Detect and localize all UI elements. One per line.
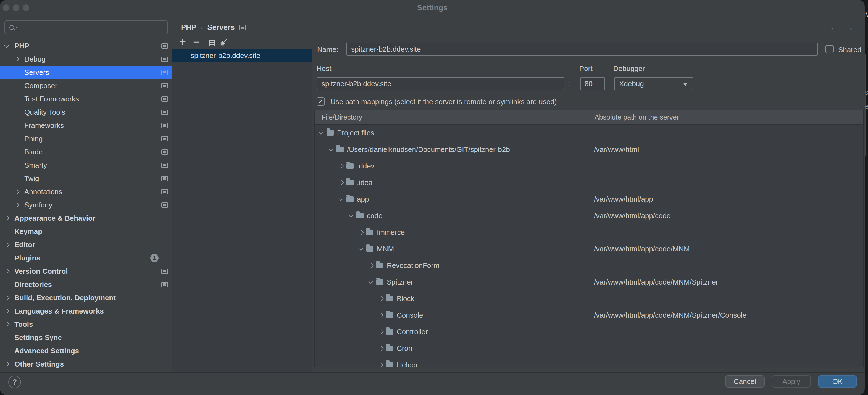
chevron-collapsed-icon[interactable]	[339, 181, 346, 184]
mapping-row-users-danielknudsen-documents-git-spitzner-b2b[interactable]: /Users/danielknudsen/Documents/GIT/spitz…	[315, 141, 863, 158]
remove-server-button[interactable]: −	[189, 36, 203, 48]
mapping-row-revocationform[interactable]: RevocationForm	[315, 257, 863, 274]
mapping-row-helper[interactable]: Helper	[315, 357, 863, 367]
import-mappings-button[interactable]	[217, 36, 231, 48]
sidebar-item-smarty[interactable]: Smarty	[0, 158, 172, 172]
chevron-collapsed-icon[interactable]	[5, 323, 13, 326]
shared-checkbox[interactable]	[826, 45, 834, 53]
mapping-row-code[interactable]: code/var/www/html/app/code	[315, 208, 863, 224]
sidebar-item-tools[interactable]: Tools	[0, 318, 172, 331]
chevron-expanded-icon[interactable]	[339, 198, 346, 200]
port-input[interactable]	[580, 77, 605, 90]
settings-search-input[interactable]: ▾	[4, 21, 168, 34]
sidebar-item-twig[interactable]: Twig	[0, 172, 172, 185]
sidebar-item-annotations[interactable]: Annotations	[0, 185, 172, 198]
sidebar-item-directories[interactable]: Directories	[0, 278, 172, 291]
sidebar-item-label: Quality Tools	[24, 108, 65, 117]
backdrop-text-fragment: e	[865, 102, 868, 110]
mapping-row-app[interactable]: app/var/www/html/app	[315, 191, 863, 208]
mapping-row-mnm[interactable]: MNM/var/www/html/app/code/MNM	[315, 241, 863, 257]
chevron-expanded-icon[interactable]	[359, 248, 366, 250]
mapping-row-console[interactable]: Console/var/www/html/app/code/MNM/Spitzn…	[315, 307, 863, 324]
copy-server-button[interactable]	[203, 36, 217, 48]
chevron-collapsed-icon[interactable]	[15, 203, 23, 207]
chevron-collapsed-icon[interactable]	[5, 362, 13, 366]
sidebar-item-symfony[interactable]: Symfony	[0, 198, 172, 212]
mapping-row-spitzner[interactable]: Spitzner/var/www/html/app/code/MNM/Spitz…	[315, 274, 863, 290]
chevron-collapsed-icon[interactable]	[5, 243, 13, 246]
mapping-row-block[interactable]: Block	[315, 290, 863, 307]
mapping-row-immerce[interactable]: Immerce	[315, 224, 863, 241]
column-divider[interactable]	[590, 110, 590, 125]
sidebar-item-php[interactable]: PHP	[0, 39, 172, 53]
chevron-collapsed-icon[interactable]	[5, 296, 13, 299]
mapping-file-cell: MNM	[315, 245, 594, 253]
sidebar-item-version-control[interactable]: Version Control	[0, 265, 172, 278]
chevron-expanded-icon[interactable]	[349, 215, 356, 217]
breadcrumb-php[interactable]: PHP	[181, 23, 196, 32]
folder-icon	[337, 147, 344, 152]
mapping-row-project-files[interactable]: Project files	[315, 125, 863, 141]
chevron-collapsed-icon[interactable]	[369, 264, 376, 267]
chevron-collapsed-icon[interactable]	[379, 313, 386, 317]
chevron-collapsed-icon[interactable]	[339, 164, 346, 168]
sidebar-item-appearance-behavior[interactable]: Appearance & Behavior	[0, 212, 172, 225]
page-icon	[161, 149, 168, 155]
chevron-collapsed-icon[interactable]	[379, 297, 386, 300]
sidebar-item-blade[interactable]: Blade	[0, 145, 172, 158]
chevron-collapsed-icon[interactable]	[5, 309, 13, 313]
chevron-collapsed-icon[interactable]	[379, 363, 386, 367]
sidebar-item-build-execution-deployment[interactable]: Build, Execution, Deployment	[0, 291, 172, 304]
chevron-collapsed-icon[interactable]	[379, 330, 386, 333]
sidebar-item-advanced-settings[interactable]: Advanced Settings	[0, 344, 172, 358]
sidebar-item-languages-frameworks[interactable]: Languages & Frameworks	[0, 304, 172, 318]
server-list-item[interactable]: spitzner-b2b.ddev.site	[173, 49, 312, 62]
mapping-row-ddev[interactable]: .ddev	[315, 158, 863, 174]
back-arrow-icon[interactable]: ←	[829, 22, 839, 33]
search-options-caret-icon[interactable]: ▾	[16, 25, 18, 30]
chevron-collapsed-icon[interactable]	[379, 347, 386, 350]
chevron-collapsed-icon[interactable]	[15, 57, 23, 61]
port-label: Port	[579, 64, 593, 73]
chevron-expanded-icon[interactable]	[319, 132, 327, 134]
mapping-row-cron[interactable]: Cron	[315, 340, 863, 357]
name-input[interactable]	[346, 43, 818, 56]
add-server-button[interactable]: +	[176, 36, 189, 48]
sidebar-item-keymap[interactable]: Keymap	[0, 225, 172, 238]
page-icon	[161, 136, 168, 142]
sidebar-item-other-settings[interactable]: Other Settings	[0, 358, 172, 371]
sidebar-item-settings-sync[interactable]: Settings Sync	[0, 331, 172, 344]
sidebar-item-debug[interactable]: Debug	[0, 53, 172, 66]
mapping-file-cell: Immerce	[315, 228, 594, 237]
mapping-path-cell: /var/www/html/app/code/MNM/Spitzner/Cons…	[594, 311, 746, 320]
sidebar-item-label: Build, Execution, Deployment	[14, 294, 116, 302]
chevron-collapsed-icon[interactable]	[359, 231, 366, 234]
forward-arrow-icon[interactable]: →	[844, 22, 854, 33]
chevron-expanded-icon[interactable]	[369, 281, 376, 283]
apply-button[interactable]: Apply	[772, 375, 811, 388]
chevron-collapsed-icon[interactable]	[15, 190, 23, 193]
sidebar-item-composer[interactable]: Composer	[0, 79, 172, 92]
page-icon	[161, 83, 168, 88]
help-button[interactable]: ?	[8, 376, 21, 388]
chevron-expanded-icon[interactable]	[329, 148, 337, 151]
debugger-select[interactable]: Xdebug	[614, 77, 693, 90]
sidebar-item-quality-tools[interactable]: Quality Tools	[0, 105, 172, 119]
sidebar-item-phing[interactable]: Phing	[0, 132, 172, 145]
sidebar-item-servers[interactable]: Servers	[0, 66, 172, 79]
host-input[interactable]	[317, 77, 564, 90]
mapping-file-label: .idea	[357, 178, 372, 187]
mapping-row-idea[interactable]: .idea	[315, 174, 863, 191]
sidebar-item-plugins[interactable]: Plugins1	[0, 251, 172, 265]
cancel-button[interactable]: Cancel	[725, 375, 765, 388]
ok-button[interactable]: OK	[818, 375, 857, 388]
sidebar-item-editor[interactable]: Editor	[0, 238, 172, 251]
chevron-expanded-icon[interactable]	[5, 45, 13, 47]
mapping-row-controller[interactable]: Controller	[315, 324, 863, 340]
sidebar-item-frameworks[interactable]: Frameworks	[0, 119, 172, 132]
sidebar-item-test-frameworks[interactable]: Test Frameworks	[0, 92, 172, 105]
path-mappings-checkbox[interactable]	[317, 97, 325, 105]
chevron-collapsed-icon[interactable]	[5, 270, 13, 273]
sidebar-item-label: Symfony	[24, 201, 52, 209]
chevron-collapsed-icon[interactable]	[5, 217, 13, 220]
